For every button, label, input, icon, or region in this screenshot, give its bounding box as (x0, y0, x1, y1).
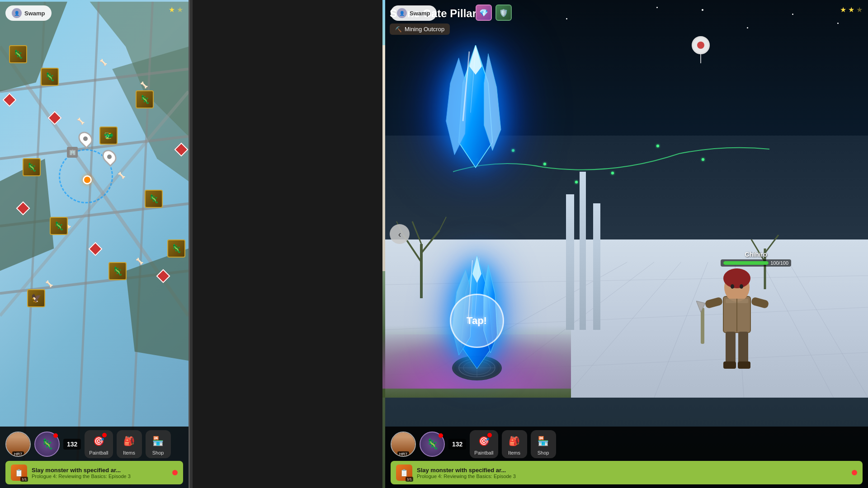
monster-map-9: 🦎 (108, 262, 127, 280)
svg-line-42 (765, 235, 778, 253)
hud-buttons-right: HR7 🦎 132 🎯 Paintball 🎒 Items (391, 430, 863, 458)
right-panel: ★ ★ ★ (385, 0, 868, 488)
svg-rect-59 (738, 332, 748, 363)
quest-bar-right[interactable]: 📋 1/1 Slay monster with specified ar... … (391, 461, 863, 484)
items-label-left: Items (123, 450, 135, 455)
shop-button-right[interactable]: 🏪 Shop (531, 430, 556, 458)
bone-icon-6: 🦴 (136, 258, 143, 265)
shop-button-left[interactable]: 🏪 Shop (146, 430, 171, 458)
quest-bar-left[interactable]: 📋 1/1 Slay monster with specified ar... … (5, 461, 183, 484)
shop-icon-right: 🏪 (535, 433, 552, 449)
tap-label: Tap! (467, 315, 487, 327)
paintball-label-left: Paintball (89, 450, 108, 455)
right-crystal-svg (430, 45, 521, 172)
quest-title-right: Slay monster with specified ar... (417, 467, 847, 474)
location-pin-right (692, 36, 710, 63)
quest-count-left: 1/1 (20, 477, 28, 482)
hr-badge-right: HR7 (397, 451, 409, 457)
avatar-icon-left: 👤 (12, 8, 22, 18)
paintball-button-left[interactable]: 🎯 Paintball (85, 430, 113, 458)
star-icon-1: ★ (169, 5, 175, 14)
player-dot (83, 175, 92, 184)
monster-map-10: 🦅 (27, 289, 45, 307)
monster-map-6: 🦎 (145, 190, 163, 208)
monster-map-8: 🦎 (167, 239, 185, 258)
svg-rect-55 (750, 296, 769, 309)
bg-star-5 (792, 14, 793, 15)
monster-map-4: 🐲 (99, 127, 118, 145)
items-button-right[interactable]: 🎒 Items (502, 430, 527, 458)
character-avatar-right[interactable]: HR7 (391, 432, 416, 457)
monster-map-2: 🦎 (41, 68, 59, 86)
shop-label-left: Shop (152, 450, 164, 455)
shop-label-right: Shop (538, 450, 549, 455)
svg-rect-60 (723, 361, 736, 369)
quest-text-right: Slay monster with specified ar... Prolog… (417, 467, 847, 479)
hp-fill (723, 261, 769, 265)
svg-line-37 (412, 221, 421, 244)
bg-star-6 (837, 23, 839, 24)
character-avatar-left[interactable]: HR7 (5, 432, 31, 457)
bg-star-7 (702, 9, 703, 11)
monster-map-1: 🦎 (9, 45, 27, 63)
hp-bar (723, 261, 769, 265)
quest-subtitle-right: Prologue 4: Reviewing the Basics: Episod… (417, 474, 847, 479)
location-bar-left[interactable]: 👤 Swamp (5, 5, 52, 21)
star-icon-2: ★ (177, 5, 183, 14)
location-bar-right[interactable]: 👤 Swamp (391, 5, 437, 21)
quest-alert-right (852, 470, 857, 475)
quest-text-left: Slay monster with specified ar... Prolog… (32, 467, 168, 479)
monster-icon-left: 🦎 (41, 438, 53, 450)
separator-left (190, 0, 193, 488)
avatar-icon-right: 👤 (397, 8, 407, 18)
paintball-button-right[interactable]: 🎯 Paintball (470, 430, 498, 458)
paintball-notification-left (102, 433, 107, 437)
right-panel-crystal (430, 45, 521, 174)
character-info: Chihiro 100/100 (721, 251, 791, 267)
location-label-right: Swamp (410, 10, 430, 17)
star-top-1: ★ (840, 5, 846, 14)
hr-badge-left: HR7 (12, 451, 24, 457)
location-sub-middle: ⛏️ Mining Outcrop (390, 23, 450, 35)
monster-map-7: 🦎 (50, 217, 68, 235)
bone-icon-2: 🦴 (140, 81, 148, 89)
items-icon-right: 🎒 (506, 433, 523, 449)
pin-line (700, 54, 701, 63)
shop-icon-left: 🏪 (150, 433, 166, 449)
quest-title-left: Slay monster with specified ar... (32, 467, 168, 474)
pin-outer (692, 36, 710, 54)
badge-symbol-2: 🛡️ (499, 9, 508, 17)
svg-rect-54 (704, 296, 723, 309)
character-sprite (696, 251, 778, 387)
svg-line-30 (788, 262, 868, 398)
quest-alert-left (172, 470, 178, 475)
bone-icon-3: 🦴 (77, 117, 85, 125)
quest-icon-symbol-right: 📋 (400, 469, 409, 477)
svg-point-51 (723, 268, 750, 288)
bg-star-4 (747, 27, 748, 28)
hud-buttons-left: HR7 🦎 132 🎯 Paintball 🎒 Items (5, 430, 183, 458)
quest-subtitle-left: Prologue 4: Reviewing the Basics: Episod… (32, 474, 168, 479)
monster-badge-left[interactable]: 🦎 (34, 432, 60, 457)
paintball-notification-right (487, 433, 492, 437)
monster-badge-right[interactable]: 🦎 (420, 432, 445, 457)
tap-circle[interactable]: Tap! (450, 294, 504, 348)
svg-line-39 (439, 217, 446, 230)
monster-icon-right: 🦎 (426, 438, 439, 450)
svg-line-36 (421, 230, 439, 253)
items-button-left[interactable]: 🎒 Items (117, 430, 142, 458)
monster-notification-left (53, 433, 58, 438)
svg-point-52 (731, 284, 734, 289)
bg-star-3 (656, 7, 658, 8)
bone-icon-1: 🦴 (99, 59, 107, 66)
svg-rect-56 (701, 308, 704, 344)
paintball-icon-left: 🎯 (90, 433, 107, 449)
monster-count-left: 132 (63, 439, 81, 450)
star-top-2: ★ (848, 5, 854, 14)
back-button[interactable]: ‹ (390, 224, 410, 244)
badge-symbol-1: 💎 (479, 9, 488, 17)
top-icons-right: 💎 🛡️ (476, 5, 512, 21)
bone-icon-7: 🦴 (45, 280, 53, 287)
monster-count-right: 132 (448, 439, 466, 450)
items-label-right: Items (508, 450, 520, 455)
